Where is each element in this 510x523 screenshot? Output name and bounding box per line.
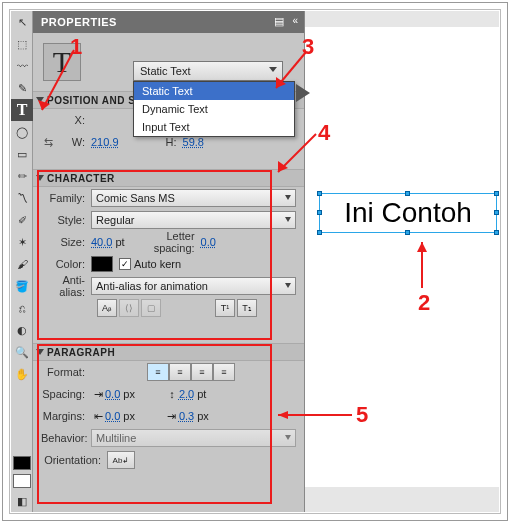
font-family-dropdown[interactable]: Comic Sans MS	[91, 189, 296, 207]
bucket-tool[interactable]: 🪣	[11, 275, 33, 297]
svg-marker-1	[38, 100, 50, 110]
pencil-tool[interactable]: ✏	[11, 165, 33, 187]
resize-handle[interactable]	[405, 230, 410, 235]
svg-marker-9	[278, 411, 288, 419]
dropdown-option-dynamic[interactable]: Dynamic Text	[134, 100, 294, 118]
size-label: Size:	[41, 236, 91, 248]
panel-menu-icon[interactable]: ▤	[274, 15, 284, 28]
h-label: H:	[159, 136, 183, 148]
selectable-button[interactable]: Aᵦ	[97, 299, 117, 317]
swap-colors-icon[interactable]: ◧	[11, 490, 33, 512]
autokern-label: Auto kern	[134, 258, 181, 270]
align-left-button[interactable]: ≡	[147, 363, 169, 381]
brush-tool[interactable]: 〽	[11, 187, 33, 209]
style-label: Style:	[41, 214, 91, 226]
lock-icon[interactable]: ⇆	[41, 136, 55, 149]
size-unit: pt	[115, 236, 124, 248]
behavior-label: Behavior:	[41, 432, 91, 444]
section-character-header[interactable]: CHARACTER	[33, 169, 304, 187]
pen-tool[interactable]: ✎	[11, 77, 33, 99]
eraser-tool[interactable]: ◐	[11, 319, 33, 341]
text-type-dropdown[interactable]: Static Text	[133, 61, 283, 81]
color-swatch[interactable]	[91, 256, 113, 272]
color-label: Color:	[41, 258, 91, 270]
resize-handle[interactable]	[494, 191, 499, 196]
annotation-2: 2	[418, 290, 430, 316]
resize-handle[interactable]	[317, 191, 322, 196]
orientation-button[interactable]: Ab↲	[107, 451, 135, 469]
letter-spacing-value[interactable]: 0.0	[201, 236, 216, 248]
toolbar: ↖ ⬚ 〰 ✎ T ◯ ▭ ✏ 〽 ✐ ✶ 🖌 🪣 ⎌ ◐ 🔍 ✋ ◧	[11, 11, 33, 512]
resize-handle[interactable]	[494, 230, 499, 235]
border-button[interactable]: ▢	[141, 299, 161, 317]
linespace-icon: ↕	[165, 388, 179, 400]
section-paragraph-header[interactable]: PARAGRAPH	[33, 343, 304, 361]
antialias-label: Anti-alias:	[41, 274, 91, 298]
w-label: W:	[55, 136, 91, 148]
margin-right-icon: ⇥	[165, 410, 179, 423]
foreground-swatch[interactable]	[13, 456, 31, 470]
annotation-4: 4	[318, 120, 330, 146]
margin2-value[interactable]: 0.3	[179, 410, 194, 422]
antialias-dropdown[interactable]: Anti-alias for animation	[91, 277, 296, 295]
resize-handle[interactable]	[317, 230, 322, 235]
html-button[interactable]: ⟨⟩	[119, 299, 139, 317]
align-justify-button[interactable]: ≡	[213, 363, 235, 381]
font-style-dropdown[interactable]: Regular	[91, 211, 296, 229]
format-label: Format:	[41, 366, 91, 378]
margin1-value[interactable]: 0.0	[105, 410, 120, 422]
deco-tool[interactable]: ✐	[11, 209, 33, 231]
subselect-tool[interactable]: ⬚	[11, 33, 33, 55]
spacing1-value[interactable]: 0.0	[105, 388, 120, 400]
margin-left-icon: ⇤	[91, 410, 105, 423]
panel-collapse-icon[interactable]: «	[292, 15, 298, 26]
hand-tool[interactable]: ✋	[11, 363, 33, 385]
annotation-3: 3	[302, 34, 314, 60]
spacing2-value[interactable]: 2.0	[179, 388, 194, 400]
zoom-tool[interactable]: 🔍	[11, 341, 33, 363]
behavior-dropdown[interactable]: Multiline	[91, 429, 296, 447]
subscript-button[interactable]: T₁	[237, 299, 257, 317]
annotation-1: 1	[70, 34, 82, 60]
family-label: Family:	[41, 192, 91, 204]
eyedrop-tool[interactable]: ⎌	[11, 297, 33, 319]
margins-label: Margins:	[41, 410, 91, 422]
superscript-button[interactable]: T¹	[215, 299, 235, 317]
height-value[interactable]: 59.8	[183, 136, 204, 148]
text-type-selected: Static Text	[140, 65, 191, 77]
text-object[interactable]: Ini Contoh	[319, 193, 497, 233]
size-value[interactable]: 40.0	[91, 236, 112, 248]
orientation-label: Orientation:	[41, 454, 107, 466]
spacing-label: Spacing:	[41, 388, 91, 400]
resize-handle[interactable]	[494, 210, 499, 215]
letter-spacing-label: Letter spacing:	[125, 230, 201, 254]
rect-tool[interactable]: ▭	[11, 143, 33, 165]
text-tool[interactable]: T	[11, 99, 33, 121]
canvas-area[interactable]: Ini Contoh	[305, 11, 499, 512]
background-swatch[interactable]	[13, 474, 31, 488]
paintbrush-tool[interactable]: 🖌	[11, 253, 33, 275]
panel-header: PROPERTIES	[33, 11, 304, 33]
resize-handle[interactable]	[317, 210, 322, 215]
oval-tool[interactable]: ◯	[11, 121, 33, 143]
lasso-tool[interactable]: 〰	[11, 55, 33, 77]
align-center-button[interactable]: ≡	[169, 363, 191, 381]
align-right-button[interactable]: ≡	[191, 363, 213, 381]
width-value[interactable]: 210.9	[91, 136, 119, 148]
resize-handle[interactable]	[405, 191, 410, 196]
svg-marker-7	[417, 242, 427, 252]
text-object-content: Ini Contoh	[344, 197, 472, 229]
bone-tool[interactable]: ✶	[11, 231, 33, 253]
autokern-checkbox[interactable]: ✓	[119, 258, 131, 270]
selection-tool[interactable]: ↖	[11, 11, 33, 33]
indent-icon: ⇥	[91, 388, 105, 401]
annotation-5: 5	[356, 402, 368, 428]
dropdown-option-input[interactable]: Input Text	[134, 118, 294, 136]
